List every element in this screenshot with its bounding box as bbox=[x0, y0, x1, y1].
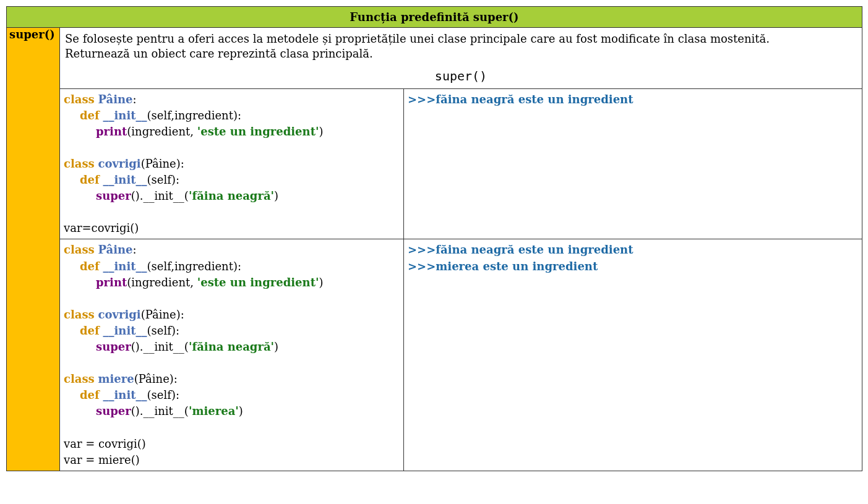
keyword-def: def bbox=[80, 109, 100, 122]
syntax-line: super() bbox=[65, 62, 857, 86]
header-row: Funcția predefinită super() bbox=[7, 7, 862, 28]
header-title: Funcția predefinită super() bbox=[7, 7, 862, 28]
example-1-output: >>>făina neagră este un ingredient bbox=[404, 88, 862, 239]
builtin-print: print bbox=[96, 125, 127, 138]
function-label: super() bbox=[7, 28, 60, 471]
builtin-super: super bbox=[96, 189, 131, 202]
description-cell: Se folosește pentru a oferi acces la met… bbox=[60, 28, 862, 89]
class-name: covrigi bbox=[98, 157, 140, 170]
description-row: super() Se folosește pentru a oferi acce… bbox=[7, 28, 862, 89]
example-2-row: class Pâine: def __init__(self,ingredien… bbox=[7, 239, 862, 471]
example-1-row: class Pâine: def __init__(self,ingredien… bbox=[7, 88, 862, 239]
description-line-2: Returnează un obiect care reprezintă cla… bbox=[65, 47, 373, 60]
string-literal: 'este un ingredient' bbox=[197, 125, 319, 138]
prompt: >>> bbox=[408, 93, 436, 106]
example-2-code: class Pâine: def __init__(self,ingredien… bbox=[60, 239, 404, 471]
keyword-class: class bbox=[64, 93, 95, 106]
example-1-code: class Pâine: def __init__(self,ingredien… bbox=[60, 88, 404, 239]
statement: var=covrigi() bbox=[64, 221, 139, 234]
method-name: __init__ bbox=[103, 109, 147, 122]
example-2-output: >>>făina neagră este un ingredient >>>mi… bbox=[404, 239, 862, 471]
description-line-1: Se folosește pentru a oferi acces la met… bbox=[65, 32, 770, 45]
output-text: făina neagră este un ingredient bbox=[436, 93, 633, 106]
class-name: miere bbox=[98, 372, 134, 385]
class-name: Pâine bbox=[98, 93, 132, 106]
reference-table: Funcția predefinită super() super() Se f… bbox=[6, 6, 862, 471]
